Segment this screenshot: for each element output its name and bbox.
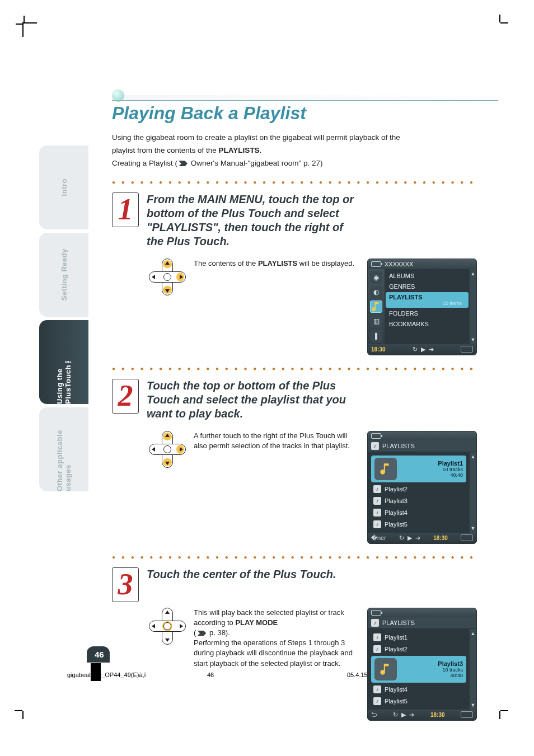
plus-touch-diagram <box>149 259 186 295</box>
back-icon[interactable]: �ner <box>371 534 386 542</box>
device-footer: 18:30 ↻▶➔ <box>368 344 476 355</box>
step-3-heading: Touch the center of the Plus Touch. <box>147 567 362 581</box>
list-item[interactable]: ♪Playlist4 <box>370 507 467 518</box>
side-tab-intro: Intro <box>39 145 88 229</box>
battery-icon <box>371 261 381 267</box>
step-number-2: 2 <box>112 379 139 414</box>
playlist-icon: ♪ <box>371 619 379 627</box>
list-item[interactable]: ♪Playlist4 <box>370 684 467 695</box>
playlist-icon: ♪ <box>373 697 381 705</box>
next-icon[interactable]: ➔ <box>415 534 420 542</box>
step-1-body: The contents of the PLAYLISTS will be di… <box>194 259 362 269</box>
divider-dots: ● ● ● ● ● ● ● ● ● ● ● ● ● ● ● ● ● ● ● ● … <box>112 554 479 560</box>
clock: 18:30 <box>430 712 445 718</box>
side-tab-other-usages: Other applicable usages <box>39 407 88 491</box>
album-art-icon <box>374 658 397 680</box>
playlist-icon: ♪ <box>373 520 381 528</box>
next-icon[interactable]: ➔ <box>429 346 434 353</box>
clock: 18:30 <box>433 535 448 541</box>
reference-arrow-icon <box>197 631 206 636</box>
clock: 18:30 <box>371 346 386 353</box>
list-item[interactable]: ALBUMS <box>386 271 469 281</box>
step-1: ● ● ● ● ● ● ● ● ● ● ● ● ● ● ● ● ● ● ● ● … <box>112 179 498 355</box>
playlist-icon: ♪ <box>373 497 381 505</box>
device-side-rail: ◉ ◐ ▥ ❚ <box>368 269 385 344</box>
divider-dots: ● ● ● ● ● ● ● ● ● ● ● ● ● ● ● ● ● ● ● ● … <box>112 365 479 371</box>
repeat-icon[interactable]: ↻ <box>413 346 418 353</box>
playlists-icon[interactable] <box>370 300 382 313</box>
list-item[interactable]: ♪Playlist3 <box>370 495 467 506</box>
folders-icon[interactable]: ▥ <box>370 315 382 327</box>
reference-arrow-icon <box>179 161 188 166</box>
status-box <box>461 534 473 541</box>
step-2-body: A further touch to the right of the Plus… <box>194 431 362 451</box>
next-icon[interactable]: ➔ <box>409 711 414 719</box>
divider-dots: ● ● ● ● ● ● ● ● ● ● ● ● ● ● ● ● ● ● ● ● … <box>112 179 479 185</box>
list-item[interactable]: FOLDERS <box>386 308 469 318</box>
device-menu-list: ALBUMS GENRES PLAYLISTS10 items FOLDERS … <box>385 269 470 344</box>
playlist-icon: ♪ <box>371 442 379 450</box>
step-1-heading: From the MAIN MENU, touch the top or bot… <box>147 192 362 248</box>
breadcrumb: ♪PLAYLISTS <box>368 440 476 452</box>
status-box <box>461 346 473 353</box>
album-art-icon <box>374 458 397 480</box>
plus-touch-diagram <box>149 608 186 645</box>
device-scrollbar[interactable]: ▲▼ <box>470 452 476 533</box>
device-title: XXXXXXX <box>385 261 413 267</box>
list-item[interactable]: ♪Playlist2 <box>370 644 467 655</box>
step-1-screenshot: XXXXXXX ◉ ◐ ▥ ❚ ALBUMS GENRES PLAYLIS <box>367 259 479 355</box>
intro-text-3: Creating a Playlist ( Owner's Manual-"gi… <box>112 158 498 169</box>
list-item-selected[interactable]: Playlist310 tracks 40:40 <box>371 656 466 683</box>
list-item[interactable]: GENRES <box>386 281 469 292</box>
playlist-icon: ♪ <box>373 685 381 693</box>
playlist-icon: ♪ <box>373 485 381 493</box>
intro-text-1: Using the gigabeat room to create a play… <box>112 133 498 143</box>
albums-icon[interactable]: ◉ <box>370 271 382 284</box>
step-2-screenshot: ♪PLAYLISTS Playlist110 tracks 40:40 ♪Pla… <box>367 431 479 544</box>
plus-touch-diagram <box>149 431 186 468</box>
list-item-selected[interactable]: PLAYLISTS10 items <box>386 292 469 308</box>
playlist-icon: ♪ <box>373 633 381 641</box>
back-icon[interactable]: ⮌ <box>371 711 377 718</box>
list-item-selected[interactable]: Playlist110 tracks 40:40 <box>371 456 466 482</box>
device-titlebar: XXXXXXX <box>368 259 476 269</box>
battery-icon <box>371 433 381 439</box>
play-icon[interactable]: ▶ <box>407 534 412 542</box>
status-box <box>461 711 473 718</box>
playlist-icon: ♪ <box>373 645 381 653</box>
step-number-3: 3 <box>112 567 139 602</box>
playlist-icon: ♪ <box>373 509 381 516</box>
list-item[interactable]: ♪Playlist5 <box>370 519 467 530</box>
side-tab-setting-ready: Setting Ready <box>39 233 88 317</box>
bookmarks-icon[interactable]: ❚ <box>370 330 382 342</box>
device-scrollbar[interactable]: ▲▼ <box>470 629 476 710</box>
step-2: ● ● ● ● ● ● ● ● ● ● ● ● ● ● ● ● ● ● ● ● … <box>112 365 498 544</box>
step-3-screenshot: ♪PLAYLISTS ♪Playlist1 ♪Playlist2 Playlis… <box>367 608 479 721</box>
step-2-heading: Touch the top or bottom of the Plus Touc… <box>147 379 362 421</box>
page-title: Playing Back a Playlist <box>112 103 498 124</box>
list-item[interactable]: ♪Playlist5 <box>370 696 467 707</box>
list-item[interactable]: ♪Playlist1 <box>370 632 467 643</box>
genres-icon[interactable]: ◐ <box>370 286 382 298</box>
play-icon[interactable]: ▶ <box>401 711 406 719</box>
intro-text-2: playlist from the contents of the PLAYLI… <box>112 145 498 156</box>
step-3-body: This will play back the selected playlis… <box>194 608 362 669</box>
device-scrollbar[interactable]: ▲▼ <box>470 269 476 344</box>
battery-icon <box>371 610 381 616</box>
play-icon[interactable]: ▶ <box>421 346 425 353</box>
list-item[interactable]: ♪Playlist2 <box>370 483 467 495</box>
decorative-dot-icon <box>112 90 124 102</box>
step-3: ● ● ● ● ● ● ● ● ● ● ● ● ● ● ● ● ● ● ● ● … <box>112 554 498 721</box>
breadcrumb: ♪PLAYLISTS <box>368 617 476 629</box>
step-number-1: 1 <box>112 192 139 227</box>
title-rule <box>112 95 498 101</box>
repeat-icon[interactable]: ↻ <box>393 711 398 719</box>
repeat-icon[interactable]: ↻ <box>399 534 404 542</box>
list-item[interactable]: BOOKMARKS <box>386 319 469 329</box>
side-tab-rail: Intro Setting Ready Using the PlusTouch™… <box>39 145 90 649</box>
page-number-badge: 46 <box>87 646 110 663</box>
side-tab-plus-touch: Using the PlusTouch™ <box>39 320 88 404</box>
